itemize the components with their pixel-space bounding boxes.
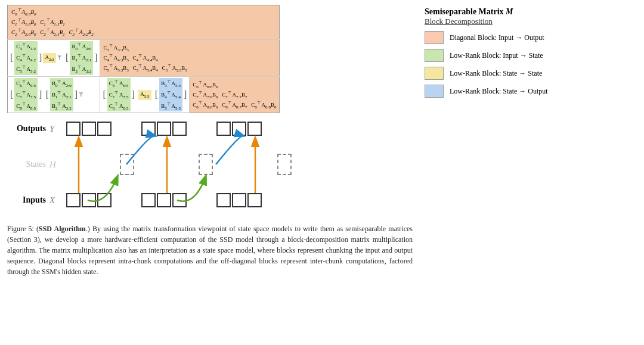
- outputs-blocks-3: [216, 122, 262, 136]
- inputs-blocks-1: [66, 193, 112, 207]
- left-panel: C0⊤ A0:0B0 C1⊤ A1:0B0 C1⊤ A1:1B1 C2⊤ A2:…: [7, 5, 413, 340]
- legend-item-diagonal: Diagonal Block: Input → Output: [425, 31, 627, 44]
- figure-num: Figure 5:: [7, 225, 34, 233]
- input-block: [157, 193, 171, 207]
- states-blocks-1: [120, 154, 134, 175]
- diagram-area: Outputs Y: [7, 117, 413, 221]
- state-block: [199, 154, 213, 175]
- outputs-label: Outputs: [7, 124, 46, 133]
- legend-item-yellow: Low-Rank Block: State → State: [425, 67, 627, 80]
- states-blocks-2: [199, 154, 213, 175]
- states-label: States: [7, 160, 46, 169]
- legend-item-green: Low-Rank Block: Input → State: [425, 49, 627, 62]
- state-block: [120, 154, 134, 175]
- legend-color-yellow: [425, 67, 444, 80]
- states-blocks-3: [277, 154, 292, 175]
- states-row: States H: [7, 154, 292, 175]
- legend-label-green: Low-Rank Block: Input → State: [450, 51, 543, 60]
- outputs-blocks-2: [141, 122, 187, 136]
- outputs-var: Y: [49, 124, 60, 134]
- legend-subtitle: Block Decomposition: [425, 17, 627, 26]
- legend-label-blue: Low-Rank Block: State → Output: [450, 87, 548, 96]
- input-block: [82, 193, 96, 207]
- matrix-cell-r2c2: C3⊤ A3:3B3 C4⊤ A4:3B3 C4⊤ A4:4B4 C5⊤ A5:…: [100, 39, 280, 76]
- inputs-row: Inputs X: [7, 193, 262, 207]
- legend-color-green: [425, 49, 444, 62]
- legend-title: Semiseparable Matrix: [425, 7, 506, 16]
- outputs-row: Outputs Y: [7, 122, 262, 136]
- output-block: [172, 122, 187, 136]
- output-block: [66, 122, 80, 136]
- legend-title-var: M: [506, 7, 513, 16]
- output-block: [82, 122, 96, 136]
- inputs-blocks-3: [216, 193, 262, 207]
- output-block: [141, 122, 156, 136]
- matrix-cell-r3c2: [ C6⊤ A6:5 C7⊤ A7:5 C8⊤ A8:5 ] A5:5: [100, 76, 190, 113]
- states-var: H: [49, 160, 60, 170]
- input-block: [141, 193, 156, 207]
- matrix-table: C0⊤ A0:0B0 C1⊤ A1:0B0 C1⊤ A1:1B1 C2⊤ A2:…: [7, 5, 280, 113]
- state-block: [277, 154, 292, 175]
- output-block: [157, 122, 171, 136]
- algorithm-title: SSD Algorithm: [39, 225, 86, 233]
- legend-item-blue: Low-Rank Block: State → Output: [425, 85, 627, 98]
- outputs-blocks-1: [66, 122, 112, 136]
- input-block: [172, 193, 187, 207]
- inputs-label: Inputs: [7, 195, 46, 205]
- legend-label-diagonal: Diagonal Block: Input → Output: [450, 33, 544, 42]
- input-block: [232, 193, 246, 207]
- matrix-cell-r1: C0⊤ A0:0B0 C1⊤ A1:0B0 C1⊤ A1:1B1 C2⊤ A2:…: [8, 5, 280, 40]
- output-block: [247, 122, 262, 136]
- output-block: [232, 122, 246, 136]
- inputs-blocks-2: [141, 193, 187, 207]
- right-panel: Semiseparable Matrix M Block Decompositi…: [413, 5, 627, 340]
- inputs-var: X: [49, 195, 60, 206]
- output-block: [97, 122, 112, 136]
- legend-label-yellow: Low-Rank Block: State → State: [450, 69, 542, 78]
- output-block: [216, 122, 231, 136]
- legend-color-diagonal: [425, 31, 444, 44]
- input-block: [97, 193, 112, 207]
- input-block: [66, 193, 80, 207]
- input-block: [247, 193, 262, 207]
- caption: Figure 5: (SSD Algorithm.) By using the …: [7, 223, 413, 277]
- input-block: [216, 193, 231, 207]
- matrix-cell-r2c1: [ C3⊤ A3:2 C4⊤ A4:2 C5⊤ A5:2 ] A2:2 ⊤: [8, 39, 100, 76]
- matrix-figure: C0⊤ A0:0B0 C1⊤ A1:0B0 C1⊤ A1:1B1 C2⊤ A2:…: [7, 5, 413, 113]
- matrix-cell-r3c1: [ C6⊤ A6:5 C7⊤ A7:5 C8⊤ A8:5 ] [ B0⊤ A2:…: [8, 76, 100, 113]
- legend-color-blue: [425, 85, 444, 98]
- matrix-cell-r3c3: C6⊤ A6:6B6 C7⊤ A7:6B6 C7⊤ A7:7B7 C8⊤ A8:…: [190, 76, 280, 113]
